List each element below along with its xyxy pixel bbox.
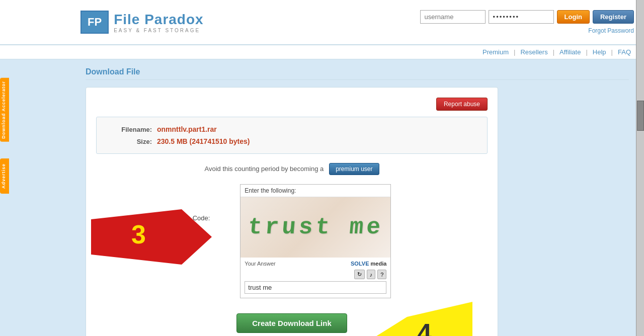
main-content: Download File Report abuse Filename: onm… <box>0 59 644 336</box>
captcha-audio-button[interactable]: ♪ <box>367 270 376 279</box>
captcha-input-row <box>240 281 390 298</box>
create-download-area: Create Download Link <box>96 313 488 333</box>
captcha-footer: Your Answer SOLVE media <box>240 258 390 270</box>
captcha-section: Code: Enter the following: trust me Your… <box>96 184 488 298</box>
captcha-image-area: trust me <box>240 197 390 258</box>
size-value: 230.5 MB (241741510 bytes) <box>157 137 250 145</box>
download-accelerator-strip[interactable]: Download Accelerator <box>0 78 9 142</box>
tagline: EASY & FAST STORAGE <box>114 28 204 33</box>
register-button[interactable]: Register <box>593 10 634 24</box>
nav-affiliate[interactable]: Affiliate <box>556 48 584 56</box>
nav-premium[interactable]: Premium <box>479 48 512 56</box>
premium-notice: Avoid this counting period by becoming a… <box>96 163 488 175</box>
size-label: Size: <box>112 138 152 145</box>
answer-label: Your Answer <box>245 261 275 267</box>
report-abuse-button[interactable]: Report abuse <box>436 98 488 111</box>
card: Report abuse Filename: onmnttlv.part1.ra… <box>86 87 498 336</box>
nav-sep-4: | <box>611 48 613 56</box>
captcha-help-button[interactable]: ? <box>377 270 386 279</box>
premium-user-button[interactable]: premium user <box>329 163 379 175</box>
premium-notice-text: Avoid this counting period by becoming a <box>204 165 324 173</box>
username-input[interactable] <box>420 10 486 24</box>
logo-area: FP File Paradox EASY & FAST STORAGE <box>80 11 204 34</box>
login-area: Login Register Forgot Password <box>420 10 634 34</box>
advertise-strip[interactable]: Advertise <box>0 158 9 194</box>
scrollbar-thumb[interactable] <box>637 101 644 131</box>
nav-resellers[interactable]: Resellers <box>517 48 550 56</box>
nav-help[interactable]: Help <box>590 48 609 56</box>
solve-media-area: SOLVE media <box>351 261 386 267</box>
captcha-section-wrapper: 3 4 Code: Enter the following: trust me <box>96 184 488 298</box>
nav-sep-1: | <box>514 48 515 56</box>
scrollbar[interactable] <box>636 0 644 336</box>
code-label: Code: <box>193 214 210 222</box>
login-row: Login Register <box>420 10 634 24</box>
nav-sep-2: | <box>553 48 554 56</box>
filename-row: Filename: onmnttlv.part1.rar <box>112 125 472 133</box>
forgot-password-link-wrapper: Forgot Password <box>588 27 634 34</box>
report-abuse-row: Report abuse <box>96 98 488 111</box>
size-row: Size: 230.5 MB (241741510 bytes) <box>112 137 472 145</box>
solve-media-label: SOLVE media <box>351 261 386 267</box>
captcha-refresh-button[interactable]: ↻ <box>354 270 365 279</box>
forgot-password-link[interactable]: Forgot Password <box>588 27 634 34</box>
nav-sep-3: | <box>586 48 587 56</box>
captcha-answer-input[interactable] <box>245 281 386 294</box>
file-info-box: Filename: onmnttlv.part1.rar Size: 230.5… <box>96 117 488 154</box>
filename-value: onmnttlv.part1.rar <box>157 125 217 133</box>
login-button[interactable]: Login <box>557 10 590 24</box>
site-name: File Paradox <box>114 12 204 28</box>
password-input[interactable] <box>489 10 554 24</box>
nav-bar: Premium | Resellers | Affiliate | Help |… <box>0 45 644 59</box>
captcha-controls: ↻ ♪ ? <box>240 270 390 281</box>
logo-fp-box: FP <box>80 11 109 34</box>
filename-label: Filename: <box>112 126 152 133</box>
captcha-box: Enter the following: trust me Your Answe… <box>240 184 391 298</box>
header: FP File Paradox EASY & FAST STORAGE Logi… <box>0 0 644 45</box>
logo-text: File Paradox EASY & FAST STORAGE <box>114 12 204 33</box>
create-download-button[interactable]: Create Download Link <box>236 313 347 333</box>
page-title: Download File <box>86 67 629 80</box>
captcha-header: Enter the following: <box>240 185 390 197</box>
nav-faq[interactable]: FAQ <box>615 48 634 56</box>
captcha-image-text: trust me <box>247 214 384 240</box>
